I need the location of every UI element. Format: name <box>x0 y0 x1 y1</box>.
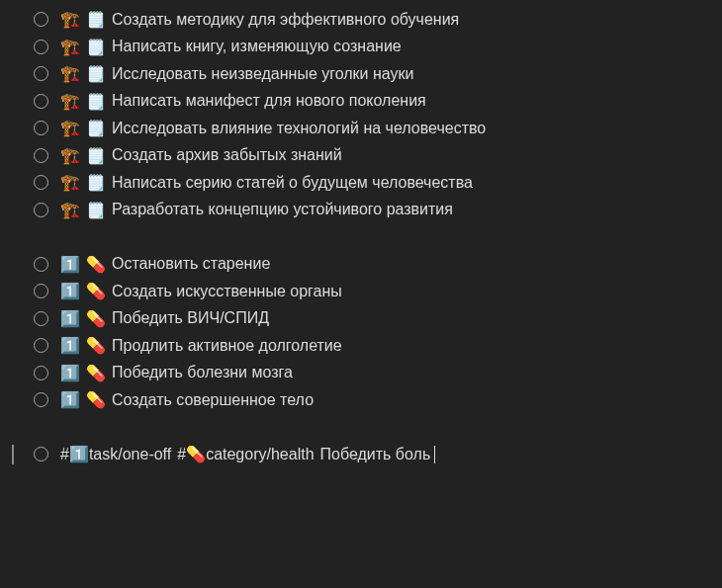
task-group-projects: 🏗️ 🗒️ Создать методику для эффективного … <box>34 6 722 223</box>
task-checkbox[interactable] <box>34 175 48 190</box>
pill-icon: 💊 <box>86 336 106 355</box>
notepad-icon: 🗒️ <box>86 146 106 165</box>
task-list-page: 🏗️ 🗒️ Создать методику для эффективного … <box>0 0 722 474</box>
pill-icon: 💊 <box>86 255 106 274</box>
task-text: Разработать концепцию устойчивого развит… <box>112 201 453 218</box>
task-text: Исследовать влияние технологий на челове… <box>112 120 486 137</box>
text-caret <box>434 446 435 463</box>
crane-icon: 🏗️ <box>60 64 80 83</box>
one-icon: 1️⃣ <box>60 364 80 382</box>
task-checkbox[interactable] <box>34 148 48 163</box>
crane-icon: 🏗️ <box>60 92 80 111</box>
one-icon: 1️⃣ <box>60 390 80 409</box>
task-checkbox[interactable] <box>34 311 48 326</box>
task-checkbox[interactable] <box>34 338 48 353</box>
tag-text: category/health <box>206 446 314 462</box>
task-text: Написать книгу, изменяющую сознание <box>112 38 402 55</box>
task-row[interactable]: 🏗️ 🗒️ Исследовать неизведанные уголки на… <box>34 60 722 88</box>
one-icon: 1️⃣ <box>69 445 89 463</box>
task-row[interactable]: 🏗️ 🗒️ Создать архив забытых знаний <box>34 142 722 170</box>
task-text: Создать архив забытых знаний <box>112 146 342 164</box>
one-icon: 1️⃣ <box>60 255 80 274</box>
new-task-input-row[interactable]: #1️⃣task/one-off #💊category/health Побед… <box>34 441 722 468</box>
task-row[interactable]: 🏗️ 🗒️ Разработать концепцию устойчивого … <box>34 197 722 224</box>
task-checkbox[interactable] <box>34 66 48 81</box>
task-checkbox[interactable] <box>34 257 48 272</box>
hash-prefix: # <box>177 446 186 462</box>
pill-icon: 💊 <box>86 390 106 409</box>
task-row[interactable]: 1️⃣ 💊 Остановить старение <box>34 251 722 279</box>
tag-category-health[interactable]: #💊category/health <box>177 445 314 463</box>
new-task-text[interactable]: Победить боль <box>320 446 431 463</box>
notepad-icon: 🗒️ <box>86 92 106 111</box>
cursor-line-marker <box>12 445 14 464</box>
task-text: Создать искусственные органы <box>112 283 342 300</box>
task-text: Победить болезни мозга <box>112 364 293 381</box>
task-text: Исследовать неизведанные уголки науки <box>112 65 413 83</box>
notepad-icon: 🗒️ <box>86 201 106 219</box>
notepad-icon: 🗒️ <box>86 173 106 192</box>
task-row[interactable]: 🏗️ 🗒️ Написать книгу, изменяющую сознани… <box>34 34 722 61</box>
pill-icon: 💊 <box>86 282 106 300</box>
one-icon: 1️⃣ <box>60 309 80 328</box>
task-text: Написать серию статей о будущем человече… <box>112 174 473 192</box>
crane-icon: 🏗️ <box>60 10 80 29</box>
pill-icon: 💊 <box>86 309 106 328</box>
task-row[interactable]: 🏗️ 🗒️ Написать манифест для нового покол… <box>34 88 722 116</box>
task-checkbox[interactable] <box>34 392 48 407</box>
task-row[interactable]: 🏗️ 🗒️ Исследовать влияние технологий на … <box>34 115 722 142</box>
task-checkbox[interactable] <box>34 12 48 27</box>
task-checkbox[interactable] <box>34 203 48 217</box>
task-checkbox[interactable] <box>34 40 48 54</box>
one-icon: 1️⃣ <box>60 336 80 355</box>
task-row[interactable]: 1️⃣ 💊 Победить ВИЧ/СПИД <box>34 305 722 333</box>
task-checkbox[interactable] <box>34 447 48 462</box>
crane-icon: 🏗️ <box>60 146 80 165</box>
crane-icon: 🏗️ <box>60 119 80 137</box>
task-text: Написать манифест для нового поколения <box>112 92 426 110</box>
notepad-icon: 🗒️ <box>86 10 106 29</box>
tag-task-oneoff[interactable]: #1️⃣task/one-off <box>60 445 171 463</box>
task-checkbox[interactable] <box>34 366 48 380</box>
task-row[interactable]: 1️⃣ 💊 Создать искусственные органы <box>34 278 722 305</box>
group-spacer <box>34 223 722 251</box>
task-text: Продлить активное долголетие <box>112 337 342 355</box>
task-text: Создать методику для эффективного обучен… <box>112 11 459 29</box>
notepad-icon: 🗒️ <box>86 119 106 137</box>
task-row[interactable]: 🏗️ 🗒️ Написать серию статей о будущем че… <box>34 169 722 197</box>
tag-text: task/one-off <box>89 446 171 462</box>
pill-icon: 💊 <box>86 364 106 382</box>
task-row[interactable]: 1️⃣ 💊 Продлить активное долголетие <box>34 332 722 360</box>
notepad-icon: 🗒️ <box>86 64 106 83</box>
task-text: Остановить старение <box>112 255 270 273</box>
hash-prefix: # <box>60 446 69 462</box>
task-row[interactable]: 1️⃣ 💊 Победить болезни мозга <box>34 360 722 387</box>
task-group-health: 1️⃣ 💊 Остановить старение 1️⃣ 💊 Создать … <box>34 251 722 414</box>
task-checkbox[interactable] <box>34 284 48 298</box>
notepad-icon: 🗒️ <box>86 38 106 56</box>
crane-icon: 🏗️ <box>60 173 80 192</box>
crane-icon: 🏗️ <box>60 38 80 56</box>
task-row[interactable]: 🏗️ 🗒️ Создать методику для эффективного … <box>34 6 722 34</box>
task-checkbox[interactable] <box>34 121 48 135</box>
group-spacer <box>34 414 722 442</box>
one-icon: 1️⃣ <box>60 282 80 300</box>
task-checkbox[interactable] <box>34 94 48 109</box>
crane-icon: 🏗️ <box>60 201 80 219</box>
task-text: Победить ВИЧ/СПИД <box>112 309 269 327</box>
task-row[interactable]: 1️⃣ 💊 Создать совершенное тело <box>34 386 722 414</box>
pill-icon: 💊 <box>186 445 206 463</box>
task-text: Создать совершенное тело <box>112 391 314 409</box>
